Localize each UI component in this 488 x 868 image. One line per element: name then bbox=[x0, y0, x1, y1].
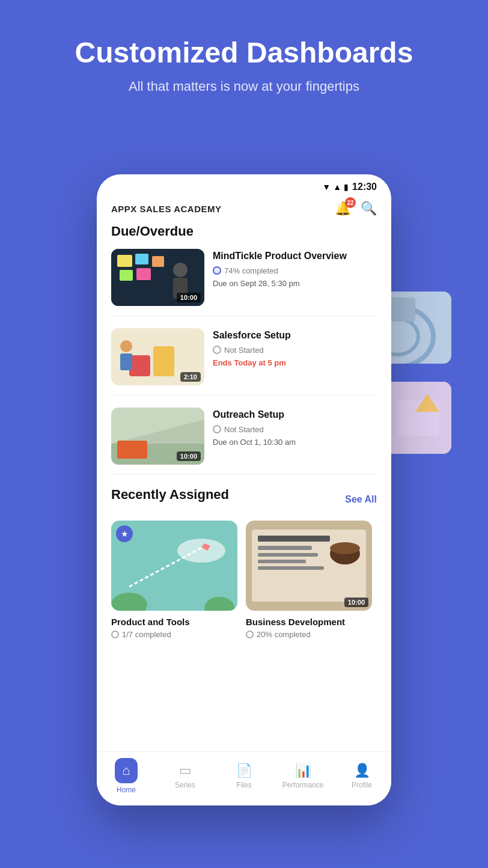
nav-home-bg: ⌂ bbox=[115, 758, 137, 783]
course-item-2[interactable]: 2:10 Salesforce Setup Not Started Ends T… bbox=[111, 328, 377, 396]
phone-mockup: ▼ ▲ ▮ 12:30 APPX SALES ACADEMY 🔔 22 🔍 Du… bbox=[97, 174, 391, 805]
nav-files-label: Files bbox=[236, 781, 251, 789]
card-title-2: Business Development bbox=[246, 617, 372, 627]
home-icon: ⌂ bbox=[122, 763, 130, 778]
nav-profile-label: Profile bbox=[352, 781, 372, 789]
course-status-2: Not Started bbox=[213, 346, 377, 355]
hero-section: Customized Dashboards All that matters i… bbox=[0, 0, 488, 112]
recently-cards-row: ★ Product and Tools 1/7 completed bbox=[111, 521, 377, 639]
card-progress-1: 1/7 completed bbox=[111, 630, 237, 639]
course-title-2: Salesforce Setup bbox=[213, 329, 377, 342]
phone-frame: ▼ ▲ ▮ 12:30 APPX SALES ACADEMY 🔔 22 🔍 Du… bbox=[97, 174, 391, 805]
course-status-3: Not Started bbox=[213, 425, 377, 434]
svg-rect-12 bbox=[152, 256, 164, 267]
due-date-3: Due on Oct 1, 10:30 am bbox=[213, 438, 377, 447]
due-date-2: Ends Today at 5 pm bbox=[213, 358, 377, 367]
svg-rect-14 bbox=[136, 268, 151, 280]
due-overdue-title: Due/Overdue bbox=[111, 224, 377, 239]
card-duration-2: 10:00 bbox=[344, 598, 368, 607]
wifi-icon: ▼ bbox=[322, 182, 331, 192]
svg-rect-13 bbox=[120, 270, 133, 281]
signal-icon: ▲ bbox=[333, 182, 341, 192]
course-title-3: Outreach Setup bbox=[213, 409, 377, 421]
hero-title: Customized Dashboards bbox=[24, 36, 464, 69]
status-text-3: Not Started bbox=[224, 425, 264, 434]
card-title-1: Product and Tools bbox=[111, 617, 237, 627]
card-thumb-1: ★ bbox=[111, 521, 237, 611]
nav-performance-label: Performance bbox=[282, 781, 324, 789]
recently-title: Recently Assigned bbox=[111, 487, 229, 503]
card-progress-text-1: 1/7 completed bbox=[122, 630, 171, 639]
notification-badge: 22 bbox=[345, 197, 356, 208]
prog-dot-1 bbox=[111, 631, 119, 638]
svg-point-15 bbox=[173, 263, 188, 277]
course-thumbnail-1: 10:00 bbox=[111, 249, 204, 306]
svg-rect-35 bbox=[258, 536, 330, 542]
see-all-button[interactable]: See All bbox=[345, 494, 377, 505]
status-text-1: 74% completed bbox=[224, 266, 278, 275]
svg-rect-37 bbox=[258, 553, 318, 557]
files-icon: 📄 bbox=[236, 763, 252, 778]
svg-rect-21 bbox=[120, 353, 132, 370]
card-badge-1: ★ bbox=[116, 525, 133, 542]
svg-point-41 bbox=[330, 542, 360, 554]
status-bar: ▼ ▲ ▮ 12:30 bbox=[97, 174, 391, 196]
content-area: Due/Overdue bbox=[97, 224, 391, 639]
course-thumbnail-3: 10:00 bbox=[111, 408, 204, 465]
svg-rect-38 bbox=[258, 560, 306, 563]
svg-rect-11 bbox=[135, 254, 148, 264]
bottom-nav: ⌂ Home ▭ Series 📄 Files 📊 Performance 👤 … bbox=[97, 751, 391, 805]
header-icons: 🔔 22 🔍 bbox=[335, 201, 377, 216]
svg-rect-39 bbox=[258, 566, 324, 570]
battery-icon: ▮ bbox=[344, 182, 349, 192]
status-text-2: Not Started bbox=[224, 346, 264, 355]
app-header: APPX SALES ACADEMY 🔔 22 🔍 bbox=[97, 196, 391, 224]
recently-header: Recently Assigned See All bbox=[111, 487, 377, 512]
notification-bell[interactable]: 🔔 22 bbox=[335, 201, 351, 216]
card-thumb-2: 10:00 bbox=[246, 521, 372, 611]
app-name: APPX SALES ACADEMY bbox=[111, 204, 221, 214]
nav-home-label: Home bbox=[117, 786, 136, 794]
svg-rect-25 bbox=[117, 441, 147, 459]
svg-point-20 bbox=[120, 340, 132, 352]
hero-subtitle: All that matters is now at your fingerti… bbox=[24, 79, 464, 94]
card-progress-2: 20% completed bbox=[246, 630, 372, 639]
course-item-3[interactable]: 10:00 Outreach Setup Not Started Due on … bbox=[111, 408, 377, 475]
status-dot-2 bbox=[213, 346, 221, 354]
nav-series-label: Series bbox=[175, 781, 195, 789]
card-progress-text-2: 20% completed bbox=[257, 630, 311, 639]
svg-rect-18 bbox=[129, 355, 150, 376]
duration-badge-3: 10:00 bbox=[177, 451, 201, 461]
nav-files[interactable]: 📄 Files bbox=[215, 763, 273, 789]
search-icon[interactable]: 🔍 bbox=[361, 201, 377, 216]
nav-profile[interactable]: 👤 Profile bbox=[332, 763, 391, 789]
course-info-3: Outreach Setup Not Started Due on Oct 1,… bbox=[204, 408, 377, 447]
course-title-1: MindTickle Product Overview bbox=[213, 250, 377, 263]
course-info-2: Salesforce Setup Not Started Ends Today … bbox=[204, 328, 377, 367]
svg-rect-19 bbox=[153, 346, 174, 376]
status-dot-1 bbox=[213, 266, 221, 275]
duration-badge-2: 2:10 bbox=[180, 372, 201, 382]
profile-icon: 👤 bbox=[354, 763, 370, 778]
svg-rect-36 bbox=[258, 546, 312, 550]
course-thumbnail-2: 2:10 bbox=[111, 328, 204, 385]
series-icon: ▭ bbox=[179, 763, 192, 778]
course-item[interactable]: 10:00 MindTickle Product Overview 74% co… bbox=[111, 249, 377, 316]
course-info-1: MindTickle Product Overview 74% complete… bbox=[204, 249, 377, 288]
prog-dot-2 bbox=[246, 631, 254, 638]
status-dot-3 bbox=[213, 425, 221, 433]
status-time: 12:30 bbox=[352, 182, 377, 192]
status-icons: ▼ ▲ ▮ bbox=[322, 182, 349, 192]
performance-icon: 📊 bbox=[295, 763, 311, 778]
assigned-card-1[interactable]: ★ Product and Tools 1/7 completed bbox=[111, 521, 237, 639]
due-date-1: Due on Sept 28, 5:30 pm bbox=[213, 279, 377, 288]
nav-performance[interactable]: 📊 Performance bbox=[273, 763, 332, 789]
svg-point-28 bbox=[177, 539, 225, 563]
assigned-card-2[interactable]: 10:00 Business Development 20% completed bbox=[246, 521, 372, 639]
duration-badge-1: 10:00 bbox=[177, 293, 201, 302]
nav-series[interactable]: ▭ Series bbox=[156, 763, 215, 789]
svg-rect-10 bbox=[117, 255, 132, 267]
course-status-1: 74% completed bbox=[213, 266, 377, 275]
nav-home[interactable]: ⌂ Home bbox=[97, 758, 156, 794]
